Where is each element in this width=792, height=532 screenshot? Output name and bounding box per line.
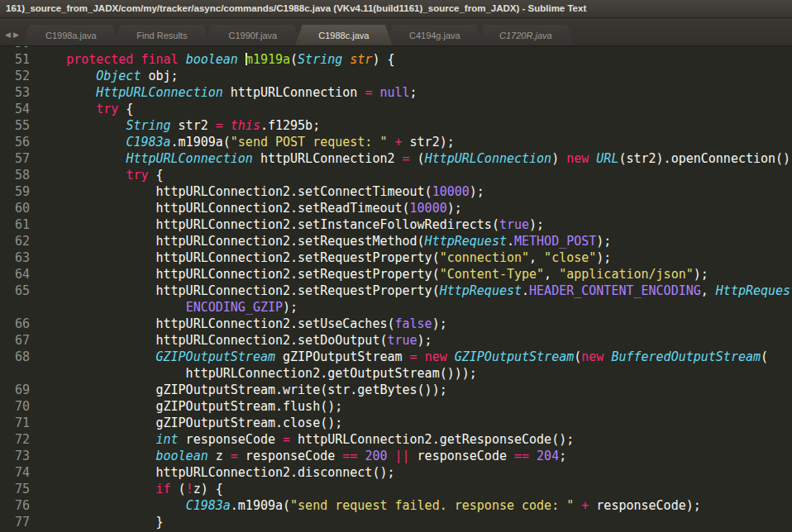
line-number: 71 bbox=[0, 415, 36, 431]
line-number: 51 bbox=[0, 51, 36, 68]
code-text: ENCODING_GZIP); bbox=[36, 299, 298, 316]
code-line[interactable]: 52 Object obj; bbox=[0, 68, 792, 84]
code-line[interactable]: 63 httpURLConnection2.setRequestProperty… bbox=[0, 249, 792, 266]
line-number: 56 bbox=[0, 134, 36, 150]
code-line[interactable]: 65 httpURLConnection2.setRequestProperty… bbox=[0, 283, 792, 299]
code-text: Object obj; bbox=[36, 68, 179, 84]
line-number: 57 bbox=[0, 150, 36, 167]
line-number: 63 bbox=[0, 249, 36, 266]
line-number: 55 bbox=[0, 117, 36, 134]
code-text: httpURLConnection2.setInstanceFollowRedi… bbox=[36, 216, 544, 233]
code-text: } bbox=[36, 514, 164, 530]
code-line[interactable]: 64 httpURLConnection2.setRequestProperty… bbox=[0, 266, 792, 283]
code-text: gZIPOutputStream.write(str.getBytes()); bbox=[36, 382, 447, 398]
line-number: 60 bbox=[0, 200, 36, 216]
tab-label: C1990f.java bbox=[228, 31, 277, 40]
line-number: 58 bbox=[0, 167, 36, 183]
code-line[interactable]: 67 httpURLConnection2.setDoOutput(true); bbox=[0, 332, 792, 349]
code-line[interactable]: ENCODING_GZIP); bbox=[0, 299, 792, 316]
code-line[interactable]: 70 gZIPOutputStream.flush(); bbox=[0, 398, 792, 415]
line-number: 61 bbox=[0, 216, 36, 233]
line-number: 62 bbox=[0, 233, 36, 249]
line-number bbox=[0, 365, 36, 382]
code-line[interactable]: 57 HttpURLConnection httpURLConnection2 … bbox=[0, 150, 792, 167]
code-text: int responseCode = httpURLConnection2.ge… bbox=[36, 431, 574, 448]
code-text: gZIPOutputStream.close(); bbox=[36, 415, 342, 431]
code-text: if (!z) { bbox=[36, 481, 223, 497]
line-number: 53 bbox=[0, 84, 36, 101]
line-number: 72 bbox=[0, 431, 36, 448]
tab-scroll-left-icon[interactable]: ◀ bbox=[5, 31, 11, 39]
code-text: httpURLConnection2.setUseCaches(false); bbox=[36, 316, 447, 332]
tab-label: Find Results bbox=[136, 31, 187, 40]
tab-label: C1988c.java bbox=[318, 31, 369, 40]
code-line[interactable]: 76 C1983a.m1909a("send request failed. r… bbox=[0, 497, 792, 514]
tab-c1990f-java[interactable]: C1990f.java bbox=[204, 25, 302, 45]
code-line[interactable]: 71 gZIPOutputStream.close(); bbox=[0, 415, 792, 431]
line-number: 77 bbox=[0, 514, 36, 530]
code-line[interactable]: 56 C1983a.m1909a("send POST request: " +… bbox=[0, 134, 792, 150]
code-line[interactable]: 51 protected final boolean m1919a(String… bbox=[0, 51, 792, 68]
tab-scroll-arrows: ◀ ▶ bbox=[3, 25, 22, 45]
code-line[interactable]: 74 httpURLConnection2.disconnect(); bbox=[0, 464, 792, 481]
title-bar: 161)_source_from_JADX/com/my/tracker/asy… bbox=[0, 0, 792, 18]
code-line[interactable]: 69 gZIPOutputStream.write(str.getBytes()… bbox=[0, 382, 792, 398]
code-text: protected final boolean m1919a(String st… bbox=[36, 51, 395, 68]
line-number bbox=[0, 299, 36, 316]
code-text: httpURLConnection2.disconnect(); bbox=[36, 464, 394, 481]
code-line[interactable]: 54 try { bbox=[0, 101, 792, 117]
line-number: 68 bbox=[0, 349, 36, 365]
window-title: 161)_source_from_JADX/com/my/tracker/asy… bbox=[6, 3, 586, 13]
code-line[interactable]: 72 int responseCode = httpURLConnection2… bbox=[0, 431, 792, 448]
code-text: httpURLConnection2.getOutputStream())); bbox=[36, 365, 477, 382]
line-number: 65 bbox=[0, 283, 36, 299]
line-number: 52 bbox=[0, 68, 36, 84]
code-text: gZIPOutputStream.flush(); bbox=[36, 398, 342, 415]
tab-c4194g-java[interactable]: C4194g.java bbox=[386, 25, 484, 45]
code-text: HttpURLConnection httpURLConnection = nu… bbox=[36, 84, 417, 101]
code-text: httpURLConnection2.setRequestProperty("c… bbox=[36, 249, 611, 266]
code-text: httpURLConnection2.setReadTimeout(10000)… bbox=[36, 200, 462, 216]
tab-scroll-right-icon[interactable]: ▶ bbox=[13, 31, 19, 39]
code-line[interactable]: 66 httpURLConnection2.setUseCaches(false… bbox=[0, 316, 792, 332]
line-number: 67 bbox=[0, 332, 36, 349]
tab-c1720r-java[interactable]: C1720R.java bbox=[477, 25, 575, 45]
tab-label: C1998a.java bbox=[45, 31, 97, 40]
editor[interactable]: 5051 protected final boolean m1919a(Stri… bbox=[0, 46, 792, 532]
code-text: GZIPOutputStream gZIPOutputStream = new … bbox=[36, 349, 768, 365]
code-line[interactable]: 73 boolean z = responseCode == 200 || re… bbox=[0, 448, 792, 464]
code-text: C1983a.m1909a("send POST request: " + st… bbox=[36, 134, 455, 150]
code-line[interactable]: 53 HttpURLConnection httpURLConnection =… bbox=[0, 84, 792, 101]
code-text: httpURLConnection2.setRequestMethod(Http… bbox=[36, 233, 611, 249]
code-line[interactable]: 61 httpURLConnection2.setInstanceFollowR… bbox=[0, 216, 792, 233]
code-line[interactable]: httpURLConnection2.getOutputStream())); bbox=[0, 365, 792, 382]
code-line[interactable]: 75 if (!z) { bbox=[0, 481, 792, 497]
tab-label: C1720R.java bbox=[499, 31, 552, 40]
code-text: try { bbox=[36, 101, 133, 117]
code-line[interactable]: 77 } bbox=[0, 514, 792, 530]
line-number: 64 bbox=[0, 266, 36, 283]
code-line[interactable]: 58 try { bbox=[0, 167, 792, 183]
line-number: 70 bbox=[0, 398, 36, 415]
code-line[interactable]: 68 GZIPOutputStream gZIPOutputStream = n… bbox=[0, 349, 792, 365]
code-text: httpURLConnection2.setConnectTimeout(100… bbox=[36, 183, 484, 200]
sublime-window: 161)_source_from_JADX/com/my/tracker/asy… bbox=[0, 0, 792, 532]
line-number: 74 bbox=[0, 464, 36, 481]
line-number: 54 bbox=[0, 101, 36, 117]
code-area: 5051 protected final boolean m1919a(Stri… bbox=[0, 46, 792, 530]
tab-bar: ◀ ▶ C1998a.javaFind ResultsC1990f.javaC1… bbox=[0, 18, 792, 46]
tab-c1998a-java[interactable]: C1998a.java bbox=[22, 25, 120, 45]
tab-c1988c-java[interactable]: C1988c.java bbox=[295, 25, 393, 45]
code-line[interactable]: 62 httpURLConnection2.setRequestMethod(H… bbox=[0, 233, 792, 249]
line-number: 69 bbox=[0, 382, 36, 398]
tab-find-results[interactable]: Find Results bbox=[113, 25, 211, 45]
code-text: boolean z = responseCode == 200 || respo… bbox=[36, 448, 566, 464]
code-line[interactable]: 55 String str2 = this.f1295b; bbox=[0, 117, 792, 134]
code-line[interactable]: 59 httpURLConnection2.setConnectTimeout(… bbox=[0, 183, 792, 200]
line-number: 75 bbox=[0, 481, 36, 497]
line-number: 66 bbox=[0, 316, 36, 332]
code-text: C1983a.m1909a("send request failed. resp… bbox=[36, 497, 701, 514]
code-text: httpURLConnection2.setDoOutput(true); bbox=[36, 332, 432, 349]
line-number: 59 bbox=[0, 183, 36, 200]
code-line[interactable]: 60 httpURLConnection2.setReadTimeout(100… bbox=[0, 200, 792, 216]
